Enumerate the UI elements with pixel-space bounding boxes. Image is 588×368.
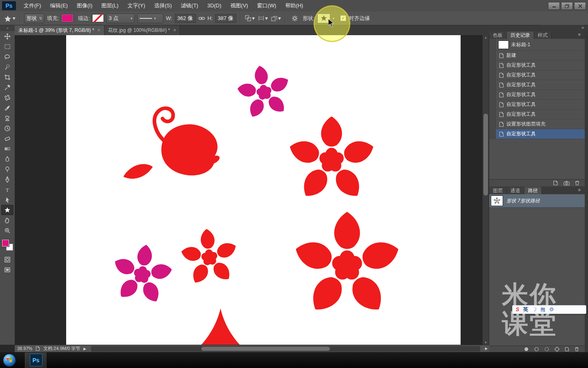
tab-close-icon[interactable]: × — [98, 27, 100, 33]
minimize-button[interactable] — [548, 2, 560, 10]
history-source-column[interactable] — [489, 90, 496, 99]
path-arrangement-button[interactable]: ▾ — [271, 13, 281, 23]
tool-brush[interactable] — [1, 103, 13, 113]
menu-edit[interactable]: 编辑(E) — [46, 0, 72, 11]
scroll-right-icon[interactable]: ▶ — [485, 347, 488, 350]
close-button[interactable] — [574, 2, 586, 10]
panel-menu-icon[interactable]: ≡ — [578, 32, 581, 37]
zoom-level-field[interactable]: 38.97% — [17, 346, 32, 351]
history-source-column[interactable] — [489, 51, 496, 60]
menu-window[interactable]: 窗口(W) — [252, 0, 281, 11]
tool-eyedropper[interactable] — [1, 82, 13, 92]
tool-crop[interactable] — [1, 72, 13, 82]
document-tab-active[interactable]: 未标题-1 @ 39% (形状 7, RGB/8) * × — [15, 25, 105, 35]
tool-pen[interactable] — [1, 174, 13, 184]
stroke-path-icon[interactable] — [534, 347, 539, 352]
geometry-options-button[interactable] — [290, 13, 300, 23]
delete-path-icon[interactable] — [575, 347, 579, 352]
shape-width-field[interactable]: 362 像 — [175, 14, 196, 23]
soft-keyboard-icon[interactable]: ▦ — [540, 305, 545, 314]
tab-styles[interactable]: 样式 — [534, 31, 552, 39]
tool-blur[interactable] — [1, 154, 13, 164]
link-dimensions-icon[interactable] — [198, 16, 205, 21]
start-button[interactable] — [3, 354, 16, 367]
history-source-column[interactable] — [489, 80, 496, 90]
vertical-scroll-thumb[interactable] — [483, 114, 488, 195]
history-row[interactable]: 新建 — [489, 51, 585, 61]
history-source-column[interactable] — [489, 100, 496, 109]
history-row[interactable]: 自定形状工具 — [489, 110, 585, 119]
screen-mode-button[interactable] — [1, 265, 13, 275]
history-row-selected[interactable]: 自定形状工具 — [489, 129, 585, 139]
foreground-color-swatch[interactable] — [2, 240, 9, 247]
custom-shape-preview[interactable] — [317, 13, 330, 23]
history-snapshot-row[interactable]: 未标题-1 — [489, 39, 585, 51]
history-source-column[interactable] — [489, 61, 496, 70]
dropdown-arrow-icon[interactable]: ▾ — [333, 16, 335, 20]
tab-layers[interactable]: 图层 — [489, 187, 507, 194]
status-flyout-icon[interactable]: ▶ — [83, 347, 86, 351]
taskbar-photoshop-button[interactable]: Ps — [25, 352, 47, 368]
tab-channels[interactable]: 通道 — [507, 187, 524, 194]
stroke-width-select[interactable]: 3 点 ▾ — [106, 13, 135, 23]
tool-custom-shape[interactable] — [1, 205, 13, 215]
tab-paths[interactable]: 路径 — [524, 187, 542, 194]
tool-rectangular-marquee[interactable] — [1, 41, 13, 52]
history-source-column[interactable] — [489, 39, 496, 50]
menu-file[interactable]: 文件(F) — [19, 0, 46, 11]
stroke-color-swatch[interactable] — [92, 14, 104, 22]
fullhalf-width-icon[interactable]: ☽ — [532, 305, 537, 314]
new-snapshot-icon[interactable] — [564, 181, 570, 186]
tool-path-selection[interactable] — [1, 195, 13, 205]
language-mode-icon[interactable]: 英 — [523, 305, 528, 314]
tool-history-brush[interactable] — [1, 123, 13, 133]
history-row[interactable]: 设置形状图层填充 — [489, 119, 585, 129]
menu-view[interactable]: 视图(V) — [226, 0, 252, 11]
tool-hand[interactable] — [1, 215, 13, 225]
tool-move[interactable] — [1, 31, 13, 41]
tool-dodge[interactable] — [1, 164, 13, 174]
history-source-column[interactable] — [489, 119, 496, 129]
tool-mode-select[interactable]: 形状 ⇅ — [24, 13, 45, 23]
tool-quick-selection[interactable] — [1, 62, 13, 72]
tool-type[interactable]: T — [1, 184, 13, 195]
history-row[interactable]: 自定形状工具 — [489, 61, 585, 70]
quick-mask-button[interactable] — [1, 254, 13, 265]
panel-menu-icon[interactable]: ≡ — [578, 187, 581, 192]
tool-gradient[interactable] — [1, 144, 13, 154]
tool-clone-stamp[interactable] — [1, 113, 13, 123]
delete-icon[interactable] — [575, 180, 580, 186]
tab-history[interactable]: 历史记录 — [507, 31, 534, 39]
new-path-icon[interactable] — [565, 347, 569, 352]
load-selection-icon[interactable] — [544, 347, 549, 352]
history-row[interactable]: 自定形状工具 — [489, 80, 585, 90]
make-work-path-icon[interactable] — [555, 347, 559, 352]
document-tab-inactive[interactable]: 花纹.jpg @ 100%(RGB/8#) * × — [105, 25, 180, 35]
tool-eraser[interactable] — [1, 133, 13, 144]
tab-close-icon[interactable]: × — [173, 27, 176, 33]
collapse-panels-icon[interactable]: » — [581, 25, 584, 30]
history-row[interactable]: 自定形状工具 — [489, 90, 585, 100]
horizontal-scroll-thumb[interactable] — [201, 347, 330, 351]
scroll-down-icon[interactable]: ▼ — [483, 341, 489, 344]
sogou-logo-icon[interactable]: S — [516, 305, 519, 314]
menu-select[interactable]: 选择(S) — [149, 0, 176, 11]
path-operations-button[interactable]: ▾ — [245, 13, 255, 23]
fill-color-swatch[interactable] — [62, 14, 73, 22]
history-source-column[interactable] — [489, 129, 496, 139]
horizontal-scrollbar[interactable] — [91, 346, 480, 352]
vertical-scrollbar[interactable]: ▲ ▼ — [482, 35, 489, 345]
tool-spot-healing[interactable] — [1, 92, 13, 103]
menu-layer[interactable]: 图层(L) — [97, 0, 123, 11]
document-canvas[interactable] — [66, 35, 461, 345]
scroll-up-icon[interactable]: ▲ — [483, 36, 489, 39]
stroke-style-select[interactable]: ▾ — [137, 13, 163, 23]
menu-help[interactable]: 帮助(H) — [281, 0, 307, 11]
history-source-column[interactable] — [489, 110, 496, 119]
path-alignment-button[interactable]: ▾ — [258, 13, 268, 23]
restore-button[interactable] — [561, 2, 573, 10]
history-row[interactable]: 自定形状工具 — [489, 100, 585, 110]
tab-swatches[interactable]: 色板 — [489, 31, 507, 39]
ime-toolbox-icon[interactable]: ⚙ — [549, 305, 554, 314]
new-document-from-state-icon[interactable] — [553, 180, 559, 186]
